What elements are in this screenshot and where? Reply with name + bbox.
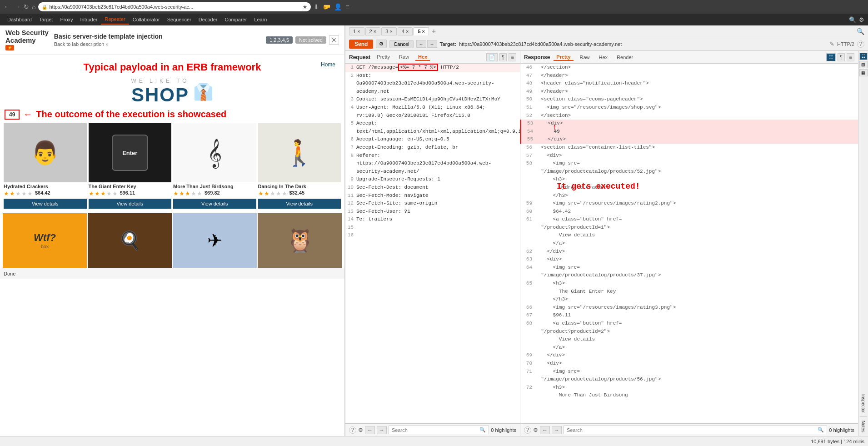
repeater-tab-1[interactable]: 1 × bbox=[349, 27, 364, 35]
next-btn[interactable]: → bbox=[427, 40, 437, 48]
address-bar[interactable]: 🔒 https://0a90007403beb23c817cd4bd00a500… bbox=[38, 2, 311, 11]
done-text: Done bbox=[4, 271, 15, 276]
req-copy-icon[interactable]: 📄 bbox=[486, 53, 498, 61]
res-line-69: 69 </div> bbox=[520, 351, 858, 360]
req-tab-hex[interactable]: Hex bbox=[415, 54, 430, 61]
prev-btn[interactable]: ← bbox=[416, 40, 426, 48]
view-details-btn-1[interactable]: View details bbox=[4, 199, 87, 209]
res-help-icon[interactable]: ? bbox=[524, 426, 531, 434]
settings-icon[interactable]: ⚙ bbox=[859, 16, 864, 23]
repeater-tab-5-active[interactable]: 5 × bbox=[414, 27, 429, 35]
download-icon[interactable]: ⬇ bbox=[314, 3, 319, 10]
inspector-label[interactable]: Inspector bbox=[860, 392, 866, 415]
req-wrap-icon[interactable]: ¶ bbox=[499, 53, 507, 61]
res-wrap-icon[interactable]: ¶ bbox=[838, 53, 845, 61]
forward-btn[interactable]: → bbox=[14, 3, 21, 11]
response-search-input[interactable] bbox=[567, 427, 816, 433]
burp-nav-decoder[interactable]: Decoder bbox=[195, 15, 221, 24]
response-search-icon: 🔍 bbox=[818, 427, 824, 433]
request-code: 1 GET /?message=<%= 7 * 7 %> HTTP/2 2 Ho… bbox=[345, 64, 520, 423]
req-back-nav[interactable]: ← bbox=[365, 426, 375, 434]
request-title: Request bbox=[349, 54, 370, 60]
home-link[interactable]: Home bbox=[321, 61, 335, 68]
sidebar-layout-btn-2[interactable]: ▧ bbox=[859, 61, 868, 68]
menu-icon[interactable]: ≡ bbox=[345, 3, 349, 10]
burp-nav-repeater[interactable]: Repeater bbox=[101, 15, 129, 25]
burp-nav-sequencer[interactable]: Sequencer bbox=[164, 15, 195, 24]
cancel-button[interactable]: Cancel bbox=[389, 40, 413, 48]
res-settings-icon[interactable]: ⚙ bbox=[533, 427, 538, 433]
home-btn[interactable]: ⌂ bbox=[32, 3, 35, 10]
res-line-61b: "/product?productId=1"> bbox=[520, 224, 858, 232]
burp-nav-target[interactable]: Target bbox=[35, 15, 57, 24]
res-back-nav[interactable]: ← bbox=[540, 426, 550, 434]
res-line-61: 61 <a class="button" href= bbox=[520, 215, 858, 224]
sidebar-layout-btn-3[interactable]: ▦ bbox=[859, 69, 868, 76]
response-search-box[interactable]: 🔍 bbox=[564, 426, 827, 434]
req-line-16: 16 bbox=[345, 231, 520, 240]
view-details-btn-4[interactable]: View details bbox=[258, 199, 341, 209]
res-tab-hex[interactable]: Hex bbox=[596, 54, 611, 60]
res-view-icon[interactable]: ☷ bbox=[826, 53, 836, 61]
solved-x-icon[interactable]: ✕ bbox=[329, 35, 339, 45]
request-search-input[interactable] bbox=[392, 427, 478, 433]
settings-btn[interactable]: ⚙ bbox=[376, 40, 387, 48]
repeater-tab-3[interactable]: 3 × bbox=[381, 27, 397, 35]
browser-status-bar: Done bbox=[0, 268, 344, 279]
res-line-72: 72 <h3> bbox=[520, 384, 858, 392]
res-line-68b: "/product?productId=2"> bbox=[520, 328, 858, 336]
burp-nav-collaborator[interactable]: Collaborator bbox=[129, 15, 164, 24]
browser-chrome: ← → ↻ ⌂ 🔒 https://0a90007403beb23c817cd4… bbox=[0, 0, 868, 14]
burp-nav-intruder[interactable]: Intruder bbox=[77, 15, 101, 24]
request-search-box[interactable]: 🔍 bbox=[389, 426, 489, 434]
res-line-48: 48 <header class="notification-header"> bbox=[520, 80, 858, 88]
burp-nav-bar: Dashboard Target Proxy Intruder Repeater… bbox=[0, 14, 868, 25]
back-btn[interactable]: ← bbox=[4, 3, 11, 11]
back-link[interactable]: Back to lab description » bbox=[54, 41, 260, 47]
burp-nav-proxy[interactable]: Proxy bbox=[56, 15, 76, 24]
res-fwd-nav[interactable]: → bbox=[552, 426, 562, 434]
bottom-img-food: 🍳 bbox=[88, 213, 172, 268]
repeater-tab-2[interactable]: 2 × bbox=[365, 27, 381, 35]
res-more-icon[interactable]: ≡ bbox=[847, 53, 854, 61]
res-line-58c: <h3> bbox=[520, 175, 858, 184]
browser-panel: Web SecurityAcademy ⚡ Basic server-side … bbox=[0, 25, 345, 436]
shop-title: SHOP bbox=[131, 84, 189, 106]
search-icon: 🔍 bbox=[479, 427, 486, 433]
req-tab-pretty[interactable]: Pretty bbox=[374, 54, 393, 61]
send-button[interactable]: Send bbox=[349, 40, 373, 49]
product-price-3: $69.82 bbox=[205, 190, 220, 197]
add-tab-btn[interactable]: + bbox=[430, 27, 438, 35]
req-fwd-nav[interactable]: → bbox=[377, 426, 387, 434]
global-status-bar: 10,691 bytes | 124 millis bbox=[0, 436, 868, 446]
repeater-tab-4[interactable]: 4 × bbox=[398, 27, 413, 35]
view-details-btn-3[interactable]: View details bbox=[173, 199, 256, 209]
notes-label[interactable]: Notes bbox=[860, 419, 866, 434]
profile-icon[interactable]: 👤 bbox=[334, 3, 342, 10]
burp-nav-comparer[interactable]: Comparer bbox=[221, 15, 250, 24]
question-icon[interactable]: ? bbox=[857, 40, 864, 48]
product-stars-4: ★ ★ ★ ★ ★ $32.45 bbox=[258, 190, 341, 197]
res-tab-pretty[interactable]: Pretty bbox=[554, 54, 573, 61]
search-tabs-icon[interactable]: 🔍 bbox=[857, 28, 864, 35]
req-line-10: 10 Sec-Fetch-Dest: document bbox=[345, 184, 520, 192]
req-more-icon[interactable]: ≡ bbox=[509, 53, 516, 61]
burp-nav-dashboard[interactable]: Dashboard bbox=[4, 15, 35, 24]
res-line-65c: </h3> bbox=[520, 296, 858, 304]
search-nav-icon[interactable]: 🔍 bbox=[849, 16, 856, 23]
reload-btn[interactable]: ↻ bbox=[24, 3, 29, 10]
req-settings-icon[interactable]: ⚙ bbox=[358, 427, 363, 433]
res-tab-raw[interactable]: Raw bbox=[577, 54, 593, 60]
req-tab-raw[interactable]: Raw bbox=[396, 54, 412, 61]
extensions-icon[interactable]: 🤛 bbox=[323, 3, 330, 10]
target-url-display: https://0a90007403beb23c817cd4bd00a500a4… bbox=[459, 41, 827, 47]
request-panel: Request Pretty Raw Hex 📄 ¶ ≡ 1 GET /? bbox=[345, 51, 520, 436]
view-details-btn-2[interactable]: View details bbox=[89, 199, 172, 209]
edit-pencil-icon[interactable]: ✎ bbox=[829, 40, 834, 47]
bookmark-icon[interactable]: ★ bbox=[303, 4, 307, 10]
sidebar-layout-btn-1[interactable]: ☷ bbox=[859, 53, 868, 60]
burp-nav-learn[interactable]: Learn bbox=[250, 15, 270, 24]
res-line-66: 66 <img src="/resources/images/rating3.p… bbox=[520, 304, 858, 312]
req-help-icon[interactable]: ? bbox=[349, 426, 356, 434]
res-tab-render[interactable]: Render bbox=[614, 54, 636, 60]
